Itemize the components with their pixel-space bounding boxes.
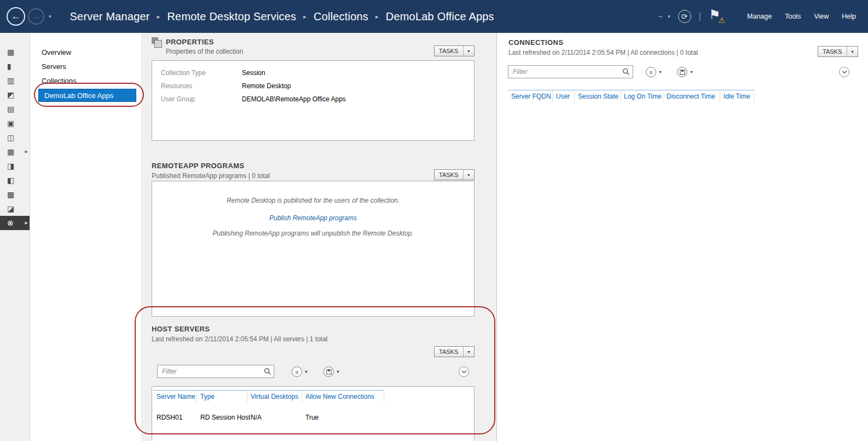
dashboard-icon: ▦ [7,48,14,56]
cell-allow-new-connections: True [302,411,384,423]
connections-panel: CONNECTIONS Last refreshed on 2/11/2014 … [497,33,868,441]
host-servers-subtitle: Last refreshed on 2/11/2014 2:05:54 PM |… [152,335,328,343]
sidebar-icon-role-4[interactable]: ◩ [0,88,30,102]
column-header-server-name[interactable]: Server Name [153,390,197,403]
sidebar-item-servers[interactable]: Servers [31,60,142,74]
connections-subtitle: Last refreshed on 2/11/2014 2:05:54 PM |… [508,49,698,56]
refresh-icon: ⟳ [681,12,688,21]
notifications-flag-button[interactable]: ⚑ ⚠ [709,8,724,25]
local-server-icon: ▮ [7,62,11,71]
expand-arrow-icon[interactable]: ▶ [25,221,28,225]
column-header-log-on-time[interactable]: Log On Time [621,90,663,102]
tasks-label: TASKS [439,348,458,355]
sidebar-icon-remote-desktop-services[interactable]: ⊗▶ [0,216,30,230]
expand-arrow-icon[interactable]: ▶ [25,150,28,154]
sidebar-icon-role-6[interactable]: ▣ [0,116,30,130]
column-header-idle-time[interactable]: Idle Time [720,90,754,102]
breadcrumb-separator-icon: ▸ [375,13,379,20]
connections-expand-filter-button[interactable] [839,67,849,77]
nav-arrows: ← → ▾ [7,7,51,26]
column-header-type[interactable]: Type [197,390,247,403]
breadcrumb-item-rds[interactable]: Remote Desktop Services [167,10,296,23]
column-header-virtual-desktops[interactable]: Virtual Desktops [247,390,302,403]
sidebar-icon-role-7[interactable]: ◫ [0,130,30,145]
server-manager-window: ← → ▾ Server Manager ▸ Remote Desktop Se… [0,0,868,441]
connections-title: CONNECTIONS [508,38,563,47]
list-icon: ≡ [292,366,302,377]
back-arrow-icon: ← [11,11,21,22]
server-role-icon: ▩ [7,190,14,199]
breadcrumb-separator-icon: ▸ [303,13,306,20]
forward-button[interactable]: → [28,8,44,25]
sidebar-icon-role-9[interactable]: ◨ [0,159,30,173]
cell-type: RD Session Host [197,411,247,423]
caret-down-icon: ▼ [463,170,474,180]
column-header-disconnect-time[interactable]: Disconnect Time [663,90,720,102]
tasks-label: TASKS [439,48,458,54]
breadcrumb: Server Manager ▸ Remote Desktop Services… [70,10,494,23]
property-label: Resources [161,79,242,93]
collection-main-panel: PROPERTIES Properties of the collection … [143,33,497,441]
table-row[interactable]: RDSH01 RD Session Host N/A True [153,411,474,423]
breadcrumb-item-collection-name[interactable]: DemoLab Office Apps [386,10,494,23]
publish-remoteapp-link[interactable]: Publish RemoteApp programs [269,214,357,222]
host-servers-filter-input[interactable] [157,365,274,378]
column-header-allow-new-connections[interactable]: Allow New Connections [302,390,384,403]
remoteapp-message-2: Publishing RemoteApp programs will unpub… [152,230,474,237]
menu-manage[interactable]: Manage [747,13,772,20]
caret-down-icon: ▼ [304,370,308,374]
remoteapp-message-1: Remote Desktop is published for the user… [152,197,474,204]
caret-down-icon: ▼ [463,46,474,56]
properties-title: PROPERTIES [166,38,214,46]
breadcrumb-item-collections[interactable]: Collections [314,10,368,23]
sidebar-item-demolab-office-apps[interactable]: DemoLab Office Apps [38,89,136,102]
host-filter-criteria-button[interactable]: ≡ ▼ [292,366,308,377]
remoteapp-tasks-button[interactable]: TASKS ▼ [434,169,474,180]
breadcrumb-item-server-manager[interactable]: Server Manager [70,10,150,23]
sidebar-item-overview[interactable]: Overview [31,45,142,60]
host-expand-filter-button[interactable] [459,366,469,377]
sidebar-icon-role-11[interactable]: ▩ [0,187,30,202]
tasks-label: TASKS [823,48,842,55]
column-header-session-state[interactable]: Session State [575,90,621,102]
connections-filter-input[interactable] [508,65,633,78]
property-label: Collection Type [161,66,242,79]
server-role-icon: ◧ [7,176,14,185]
host-servers-tasks-button[interactable]: TASKS ▼ [434,346,474,357]
server-role-icon: ◩ [7,90,14,99]
sidebar-icon-dashboard[interactable]: ▦ [0,45,30,59]
column-header-user[interactable]: User [553,90,575,102]
host-save-query-button[interactable]: ▼ [323,366,340,377]
list-icon: ≡ [646,67,656,77]
refresh-button[interactable]: ⟳ [678,10,691,23]
menu-help[interactable]: Help [842,13,856,20]
save-icon [323,366,334,377]
properties-subtitle: Properties of the collection [166,48,243,55]
properties-tasks-button[interactable]: TASKS ▼ [434,45,474,56]
connections-save-query-button[interactable]: ▼ [677,67,693,77]
console-dropdown-caret-icon[interactable]: ▾ [668,14,670,19]
back-button[interactable]: ← [7,7,25,26]
sidebar-icon-role-10[interactable]: ◧ [0,173,30,187]
sidebar-icon-all-servers[interactable]: ▥ [0,73,30,88]
cell-server-name: RDSH01 [153,411,197,423]
host-servers-table: Server Name Type Virtual Desktops Allow … [152,386,474,441]
sidebar-icon-role-5[interactable]: ▤ [0,102,30,116]
column-header-server-fqdn[interactable]: Server FQDN [508,90,553,102]
history-dropdown-caret-icon[interactable]: ▾ [49,14,51,19]
host-servers-title: HOST SERVERS [152,325,210,333]
sidebar-item-collections[interactable]: Collections [31,74,142,88]
menu-view[interactable]: View [814,13,829,20]
properties-box: Collection Type Session Resources Remote… [152,60,474,141]
menu-tools[interactable]: Tools [785,13,801,20]
connections-tasks-button[interactable]: TASKS ▼ [818,46,858,57]
sidebar-icon-role-12[interactable]: ◪ [0,202,30,216]
sidebar-icon-local-server[interactable]: ▮ [0,59,30,73]
warning-icon: ⚠ [718,16,725,25]
role-icon-strip: ▦ ▮ ▥ ◩ ▤ ▣ ◫ ▦▶ ◨ ◧ ▩ ◪ ⊗▶ [0,33,30,441]
connections-filter-criteria-button[interactable]: ≡ ▼ [646,67,662,77]
chevron-down-icon [461,370,467,374]
sidebar-icon-role-8[interactable]: ▦▶ [0,145,30,159]
server-role-icon: ◨ [7,162,14,170]
chevron-down-icon [842,70,847,74]
